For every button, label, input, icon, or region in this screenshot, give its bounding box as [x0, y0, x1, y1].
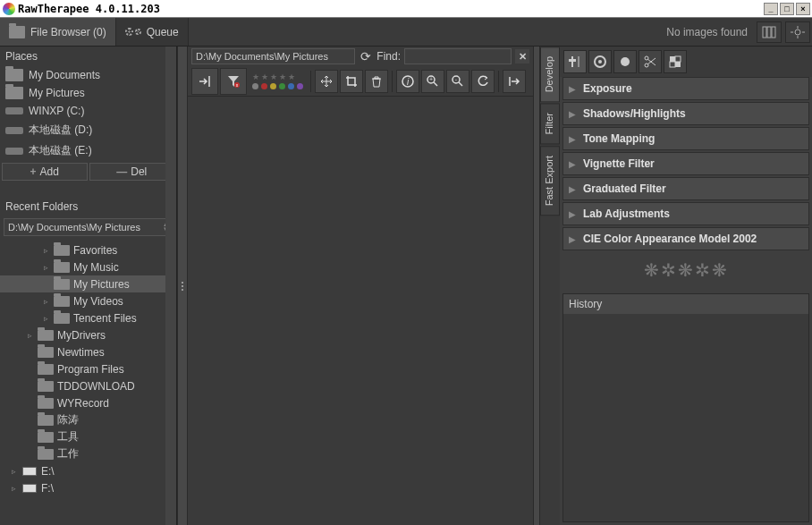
tree-row[interactable]: Program Files — [0, 360, 176, 377]
arrow-stop-icon — [198, 74, 212, 89]
place-item[interactable]: My Pictures — [0, 84, 176, 102]
color-label-dot[interactable] — [261, 83, 267, 89]
side-tab-fast-export[interactable]: Fast Export — [540, 146, 560, 216]
tree-row[interactable]: Newtimes — [0, 343, 176, 360]
tree-row[interactable]: My Pictures — [0, 275, 176, 292]
accordion-section[interactable]: ▶Tone Mapping — [562, 127, 809, 150]
svg-text:+: + — [429, 76, 433, 82]
tree-row[interactable]: ▹E:\ — [0, 462, 176, 479]
expander-icon[interactable]: ▹ — [41, 246, 50, 255]
funnel-x-icon: x — [226, 74, 241, 89]
svg-point-24 — [598, 60, 602, 64]
tree-row[interactable]: 陈涛 — [0, 411, 176, 428]
tree-row[interactable]: ▹Favorites — [0, 241, 176, 258]
tool-zoom-in-button[interactable]: + — [421, 70, 444, 93]
splitter-center[interactable] — [533, 47, 540, 525]
place-item[interactable]: WINXP (C:) — [0, 102, 176, 120]
expander-icon[interactable]: ▹ — [41, 314, 50, 323]
place-item[interactable]: 本地磁盘 (D:) — [0, 120, 176, 140]
tool-send-end-button[interactable] — [503, 70, 526, 93]
side-tab-filter[interactable]: Filter — [540, 103, 560, 144]
accordion-section[interactable]: ▶CIE Color Appearance Model 2002 — [562, 227, 809, 250]
accordion-section[interactable]: ▶Vignette Filter — [562, 152, 809, 175]
accordion-section[interactable]: ▶Shadows/Highlights — [562, 102, 809, 125]
color-label-dot[interactable] — [288, 83, 294, 89]
expander-icon[interactable]: ▹ — [25, 331, 34, 340]
tree-row[interactable]: ▹F:\ — [0, 479, 176, 496]
proc-tab-raw[interactable] — [664, 50, 687, 73]
proc-tab-detail[interactable] — [588, 50, 612, 73]
refresh-button[interactable]: ⟳ — [359, 49, 373, 64]
path-display[interactable]: D:\My Documents\My Pictures — [191, 48, 355, 64]
blob-icon — [618, 55, 632, 69]
folder-icon — [38, 398, 54, 409]
left-scrollbar[interactable] — [165, 47, 176, 525]
tool-move-button[interactable] — [315, 70, 338, 93]
tool-info-button[interactable]: i — [396, 70, 419, 93]
proc-tab-color[interactable] — [613, 50, 637, 73]
tool-rotate-button[interactable] — [471, 70, 495, 93]
filter-clear-button[interactable]: x — [220, 68, 247, 95]
recent-folders-dropdown[interactable]: D:\My Documents\My Pictures ▲▼ — [4, 218, 173, 236]
tree-label: Favorites — [73, 244, 117, 257]
place-item[interactable]: My Documents — [0, 66, 176, 84]
del-place-button[interactable]: —Del — [89, 163, 175, 181]
layout-mode-1-button[interactable] — [757, 21, 782, 43]
folder-icon — [38, 449, 54, 460]
rating-filter[interactable]: ★★★★★ — [249, 72, 307, 89]
tool-zoom-out-button[interactable]: - — [446, 70, 469, 93]
accordion-section[interactable]: ▶Graduated Filter — [562, 177, 809, 200]
tree-row[interactable]: ▹Tencent Files — [0, 309, 176, 326]
color-label-dot[interactable] — [252, 83, 258, 89]
tree-label: Program Files — [57, 363, 124, 376]
expander-icon[interactable]: ▹ — [41, 297, 50, 306]
color-label-dot[interactable] — [270, 83, 276, 89]
tree-row[interactable]: ▹My Videos — [0, 292, 176, 309]
proc-tab-exposure[interactable] — [563, 50, 587, 73]
tree-row[interactable]: 工作 — [0, 445, 176, 462]
browser-toolbar: x ★★★★★ i + - — [188, 66, 533, 97]
chevron-right-icon: ▶ — [569, 184, 576, 194]
accordion-label: Shadows/Highlights — [583, 107, 686, 120]
tree-row[interactable]: ▹MyDrivers — [0, 326, 176, 343]
layout-mode-2-button[interactable] — [785, 21, 810, 43]
window-titlebar: RawTherapee 4.0.11.203 _ □ × — [0, 0, 812, 18]
tool-trash-button[interactable] — [365, 70, 388, 93]
proc-tab-transform[interactable] — [639, 50, 662, 73]
tool-crop-button[interactable] — [340, 70, 363, 93]
trash-icon — [370, 75, 383, 88]
color-label-dot[interactable] — [279, 83, 285, 89]
tree-row[interactable]: WYRecord — [0, 394, 176, 411]
tab-queue[interactable]: Queue — [116, 18, 189, 46]
side-tab-develop[interactable]: Develop — [540, 47, 560, 102]
tab-file-browser[interactable]: File Browser (0) — [0, 18, 116, 46]
add-place-button[interactable]: +Add — [2, 163, 88, 181]
tree-row[interactable]: TDDOWNLOAD — [0, 377, 176, 394]
clear-find-button[interactable]: ✕ — [515, 49, 529, 64]
expander-icon[interactable]: ▹ — [9, 467, 18, 476]
tree-label: 工作 — [57, 446, 79, 461]
tree-row[interactable]: 工具 — [0, 428, 176, 445]
splitter-left[interactable] — [177, 47, 188, 525]
svg-point-3 — [795, 30, 800, 35]
right-side-tabs: Develop Filter Fast Export — [540, 47, 560, 525]
expander-icon[interactable]: ▹ — [9, 484, 18, 493]
place-item[interactable]: 本地磁盘 (E:) — [0, 140, 176, 161]
folder-icon — [5, 69, 23, 81]
color-label-dot[interactable] — [297, 83, 303, 89]
svg-rect-33 — [670, 62, 675, 67]
rotate-icon — [477, 75, 489, 88]
place-label: My Documents — [29, 69, 100, 81]
filter-unrated-button[interactable] — [191, 68, 218, 95]
find-input[interactable] — [404, 48, 512, 64]
accordion-section[interactable]: ▶Lab Adjustments — [562, 202, 809, 225]
minimize-button[interactable]: _ — [764, 3, 778, 15]
tree-row[interactable]: ▹My Music — [0, 258, 176, 275]
chevron-right-icon: ▶ — [569, 134, 576, 144]
maximize-button[interactable]: □ — [780, 3, 794, 15]
main-tabbar: File Browser (0) Queue No images found — [0, 18, 812, 47]
close-button[interactable]: × — [796, 3, 810, 15]
accordion-section[interactable]: ▶Exposure — [562, 77, 809, 100]
svg-rect-21 — [569, 59, 576, 62]
expander-icon[interactable]: ▹ — [41, 263, 50, 272]
